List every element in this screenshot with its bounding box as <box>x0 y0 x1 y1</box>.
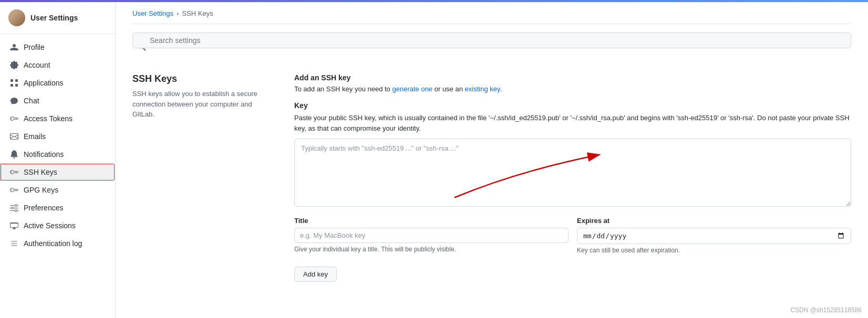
section-desc: SSH keys allow you to establish a secure… <box>132 89 269 120</box>
ssh-key-icon <box>10 168 18 176</box>
bell-icon <box>10 150 18 158</box>
sidebar-label-authentication-log: Authentication log <box>24 239 82 248</box>
section-title: SSH Keys <box>132 73 269 84</box>
avatar <box>8 9 25 26</box>
title-input[interactable] <box>294 228 569 243</box>
sidebar-item-gpg-keys[interactable]: GPG Keys <box>0 181 115 199</box>
form-row: Title Give your individual key a title. … <box>294 217 851 255</box>
breadcrumb: User Settings › SSH Keys <box>132 2 851 24</box>
add-key-button[interactable]: Add key <box>294 267 337 282</box>
add-ssh-desc: To add an SSH key you need to generate o… <box>294 85 851 93</box>
content-grid: SSH Keys SSH keys allow you to establish… <box>132 73 851 282</box>
expires-input[interactable] <box>577 228 851 244</box>
search-wrap: 🔍 <box>132 33 851 61</box>
sidebar-label-account: Account <box>24 61 50 69</box>
breadcrumb-separator: › <box>177 9 179 17</box>
breadcrumb-parent[interactable]: User Settings <box>132 9 173 17</box>
sidebar-label-preferences: Preferences <box>24 204 63 212</box>
key-textarea-wrap <box>294 139 851 208</box>
svg-rect-2 <box>11 84 13 87</box>
sidebar-label-access-tokens: Access Tokens <box>24 114 73 123</box>
sidebar-item-active-sessions[interactable]: Active Sessions <box>0 217 115 235</box>
sidebar-nav: Profile Account Applications <box>0 34 115 257</box>
layout: User Settings Profile Account <box>0 2 868 318</box>
section-form: Add an SSH key To add an SSH key you nee… <box>294 73 851 282</box>
sidebar-item-access-tokens[interactable]: Access Tokens <box>0 110 115 128</box>
breadcrumb-current: SSH Keys <box>182 9 213 17</box>
svg-rect-1 <box>15 79 18 82</box>
title-hint: Give your individual key a title. This w… <box>294 245 569 254</box>
sidebar-header: User Settings <box>0 2 115 34</box>
expires-label: Expires at <box>577 217 851 225</box>
expires-hint: Key can still be used after expiration. <box>577 246 851 255</box>
sidebar-title: User Settings <box>30 14 78 22</box>
sidebar: User Settings Profile Account <box>0 2 116 318</box>
sliders-icon <box>10 204 18 212</box>
sidebar-item-emails[interactable]: Emails <box>0 128 115 145</box>
generate-key-link[interactable]: generate one <box>392 85 432 93</box>
main-content: User Settings › SSH Keys 🔍 SSH Keys SSH … <box>116 2 868 318</box>
person-icon <box>10 43 18 51</box>
sidebar-item-notifications[interactable]: Notifications <box>0 145 115 163</box>
sidebar-item-applications[interactable]: Applications <box>0 74 115 92</box>
svg-rect-3 <box>15 84 18 87</box>
gpg-key-icon <box>10 186 18 194</box>
gear-icon <box>10 61 18 69</box>
add-ssh-title: Add an SSH key <box>294 73 851 82</box>
sidebar-item-profile[interactable]: Profile <box>0 38 115 56</box>
title-group: Title Give your individual key a title. … <box>294 217 569 255</box>
key-label: Key <box>294 101 851 110</box>
sidebar-label-chat: Chat <box>24 97 39 105</box>
chat-icon <box>10 97 18 105</box>
sidebar-label-ssh-keys: SSH Keys <box>24 168 57 176</box>
sidebar-item-chat[interactable]: Chat <box>0 92 115 110</box>
watermark: CSDN @sh15285118586 <box>790 306 862 314</box>
monitor-icon <box>10 221 18 230</box>
section-description: SSH Keys SSH keys allow you to establish… <box>132 73 269 282</box>
sidebar-label-profile: Profile <box>24 43 45 51</box>
sidebar-label-notifications: Notifications <box>24 150 64 158</box>
sidebar-item-preferences[interactable]: Preferences <box>0 199 115 217</box>
sidebar-label-gpg-keys: GPG Keys <box>24 186 58 194</box>
title-label: Title <box>294 217 569 225</box>
key-icon <box>10 114 18 123</box>
existing-key-link[interactable]: existing key <box>465 85 500 93</box>
sidebar-label-applications: Applications <box>24 79 64 87</box>
svg-rect-0 <box>11 79 13 82</box>
key-desc: Paste your public SSH key, which is usua… <box>294 113 851 133</box>
sidebar-label-emails: Emails <box>24 132 46 141</box>
grid-icon <box>10 79 18 87</box>
key-textarea[interactable] <box>294 139 851 207</box>
list-icon <box>10 239 18 248</box>
sidebar-item-account[interactable]: Account <box>0 56 115 74</box>
sidebar-label-active-sessions: Active Sessions <box>24 221 76 230</box>
search-input[interactable] <box>132 33 851 48</box>
mail-icon <box>10 132 18 141</box>
sidebar-item-ssh-keys[interactable]: SSH Keys <box>0 163 115 181</box>
sidebar-item-authentication-log[interactable]: Authentication log <box>0 235 115 252</box>
expires-group: Expires at Key can still be used after e… <box>577 217 851 255</box>
